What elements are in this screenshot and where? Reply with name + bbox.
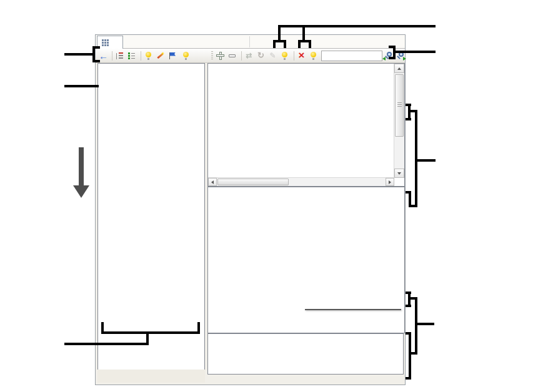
scrollbar-thumb[interactable] bbox=[395, 74, 404, 137]
down-arrow-icon bbox=[397, 172, 401, 175]
description-panel bbox=[207, 333, 404, 375]
list-view-icon bbox=[127, 52, 136, 60]
loop-button[interactable] bbox=[257, 52, 267, 60]
scroll-up-button[interactable] bbox=[394, 64, 404, 73]
back-button[interactable] bbox=[99, 52, 109, 60]
toolbar-separator bbox=[294, 51, 294, 61]
delete-button[interactable] bbox=[297, 52, 307, 60]
property-grid bbox=[207, 187, 405, 333]
transaction-icon bbox=[245, 52, 253, 60]
vertical-scrollbar[interactable] bbox=[394, 64, 404, 178]
run-button[interactable] bbox=[168, 52, 180, 60]
toolbar-separator bbox=[241, 51, 242, 61]
help-bulb-button[interactable] bbox=[182, 52, 192, 60]
lightbulb-icon bbox=[281, 52, 289, 60]
add-button[interactable] bbox=[216, 52, 226, 60]
test-case-tree-panel bbox=[207, 63, 405, 187]
tab-strip bbox=[96, 35, 405, 49]
help-bulb-button[interactable] bbox=[281, 52, 291, 60]
run-flag-icon bbox=[168, 52, 176, 60]
left-arrow-icon bbox=[211, 180, 214, 184]
back-arrow-icon bbox=[99, 52, 107, 60]
lightbulb-icon bbox=[182, 52, 190, 60]
add-icon bbox=[216, 52, 224, 60]
scroll-down-button[interactable] bbox=[394, 169, 404, 178]
wizard-button[interactable] bbox=[156, 52, 166, 60]
lightbulb-icon bbox=[144, 52, 152, 60]
pencil-icon bbox=[269, 52, 277, 60]
toolbar-separator bbox=[112, 51, 112, 61]
help-bulb-button[interactable] bbox=[309, 52, 319, 60]
scroll-left-button[interactable] bbox=[208, 178, 217, 186]
tree-view-button[interactable] bbox=[116, 52, 126, 60]
remove-button[interactable] bbox=[228, 52, 238, 60]
up-arrow-icon bbox=[397, 67, 401, 70]
help-bulb-button[interactable] bbox=[144, 52, 154, 60]
lightbulb-icon bbox=[309, 52, 317, 60]
tab-main[interactable] bbox=[97, 36, 123, 49]
test-case-tree bbox=[208, 64, 394, 178]
delete-x-icon bbox=[297, 52, 306, 60]
toolbar bbox=[96, 49, 405, 63]
toolbar-right-group bbox=[210, 51, 405, 61]
screenshot-canvas bbox=[0, 0, 533, 392]
toolbar-separator bbox=[141, 51, 141, 61]
dropdown-list bbox=[305, 309, 401, 310]
green-right-arrow-icon bbox=[403, 57, 406, 61]
scrollbar-thumb[interactable] bbox=[217, 179, 289, 185]
tab-strip-separator bbox=[249, 36, 250, 47]
workflow-tree-tab[interactable] bbox=[97, 370, 205, 383]
grid-icon bbox=[102, 39, 110, 47]
right-arrow-icon bbox=[389, 180, 391, 184]
horizontal-scrollbar[interactable] bbox=[208, 177, 394, 186]
toolbar-grip[interactable] bbox=[211, 51, 213, 60]
edit-button[interactable] bbox=[269, 52, 279, 60]
down-arrow-icon bbox=[79, 147, 84, 186]
workflow-tree-panel bbox=[97, 63, 205, 371]
toolbar-left-group bbox=[96, 51, 210, 61]
remove-icon bbox=[228, 52, 236, 60]
list-view-button[interactable] bbox=[127, 52, 137, 60]
magic-wand-icon bbox=[156, 52, 164, 60]
green-left-arrow-icon bbox=[382, 57, 386, 61]
find-input[interactable] bbox=[321, 51, 382, 61]
down-arrow-icon bbox=[73, 185, 89, 198]
loop-icon bbox=[257, 52, 265, 60]
transaction-button[interactable] bbox=[245, 52, 255, 60]
scroll-right-button[interactable] bbox=[386, 178, 394, 186]
tree-view-icon bbox=[116, 52, 124, 60]
